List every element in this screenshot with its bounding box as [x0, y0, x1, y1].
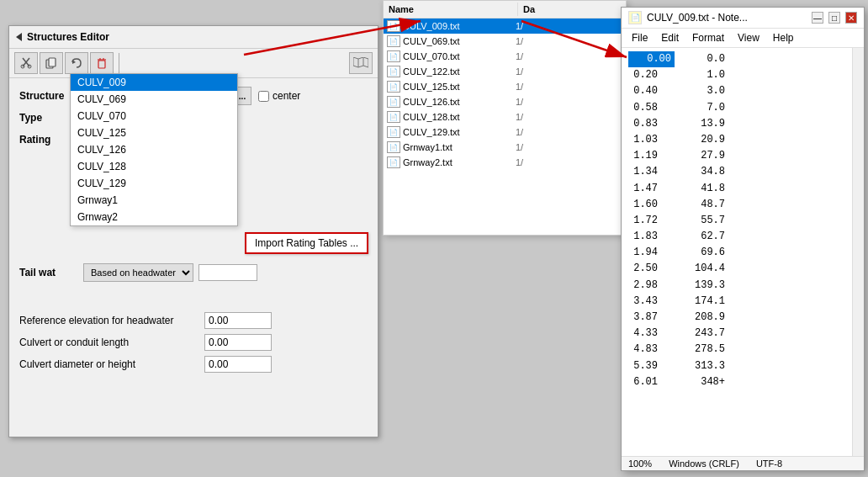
notepad-col2: 69.6: [675, 245, 725, 261]
file-name: Grnway2.txt: [403, 157, 512, 167]
menu-help[interactable]: Help: [766, 30, 801, 45]
structure-dropdown-list: CULV_009 CULV_069 CULV_070 CULV_125 CULV…: [70, 73, 238, 226]
notepad-col2: 48.7: [675, 197, 725, 213]
culvert-length-label: Culvert or conduit length: [19, 337, 204, 348]
notepad-col2: 27.9: [675, 148, 725, 164]
tail-water-input[interactable]: [198, 264, 257, 281]
file-item[interactable]: 📄 CULV_009.txt 1/: [384, 19, 626, 34]
notepad-col2: 208.9: [675, 310, 725, 326]
file-col-name-header: Name: [384, 3, 518, 16]
dropdown-item-culv129[interactable]: CULV_129: [71, 175, 237, 192]
file-item[interactable]: 📄 CULV_069.txt 1/: [384, 34, 626, 49]
file-item[interactable]: 📄 CULV_126.txt 1/: [384, 94, 626, 109]
collapse-arrow-icon[interactable]: [16, 33, 22, 41]
file-item[interactable]: 📄 CULV_122.txt 1/: [384, 64, 626, 79]
zoom-level: 100%: [628, 458, 652, 469]
ref-elevation-input[interactable]: [204, 312, 272, 329]
file-date: 1/: [512, 21, 523, 31]
file-name: CULV_069.txt: [403, 36, 512, 46]
menu-view[interactable]: View: [731, 30, 766, 45]
toolbar-separator: [119, 53, 119, 73]
file-name: CULV_128.txt: [403, 112, 512, 122]
notepad-col1: 1.19: [628, 148, 675, 164]
copy-button[interactable]: [40, 52, 63, 74]
tail-water-dropdown[interactable]: Based on headwater: [83, 263, 193, 282]
file-item[interactable]: 📄 Grnway2.txt 1/: [384, 155, 626, 170]
close-button[interactable]: ✕: [845, 12, 857, 24]
file-item[interactable]: 📄 CULV_128.txt 1/: [384, 109, 626, 125]
file-item[interactable]: 📄 CULV_129.txt 1/: [384, 125, 626, 140]
notepad-row: 0.40 3.0: [628, 83, 857, 99]
notepad-col2: 313.3: [675, 358, 725, 374]
notepad-scrollbar[interactable]: [852, 48, 864, 456]
dropdown-item-grnway2[interactable]: Grnway2: [71, 209, 237, 225]
notepad-col1: 1.34: [628, 164, 675, 180]
culvert-length-input[interactable]: [204, 334, 272, 351]
file-name: CULV_009.txt: [403, 21, 512, 31]
culvert-diameter-input[interactable]: [204, 356, 272, 373]
svg-rect-7: [98, 61, 105, 68]
dropdown-item-culv125[interactable]: CULV_125: [71, 125, 237, 141]
dropdown-item-culv128[interactable]: CULV_128: [71, 158, 237, 175]
file-date: 1/: [512, 112, 523, 122]
dropdown-item-culv069[interactable]: CULV_069: [71, 91, 237, 108]
map-button[interactable]: [349, 52, 373, 74]
notepad-col1: 0.58: [628, 100, 675, 116]
notepad-col1: 1.94: [628, 245, 675, 261]
file-item[interactable]: 📄 CULV_070.txt 1/: [384, 49, 626, 64]
notepad-row: 2.98 139.3: [628, 278, 857, 294]
file-col-date-header: Da: [518, 3, 626, 16]
file-name: CULV_125.txt: [403, 82, 512, 92]
culvert-diameter-label: Culvert diameter or height: [19, 358, 204, 370]
file-icon: 📄: [387, 156, 400, 168]
notepad-col2: 3.0: [675, 83, 725, 99]
file-icon: 📄: [387, 35, 400, 47]
notepad-col2: 20.9: [675, 132, 725, 148]
undo-button[interactable]: [65, 52, 88, 74]
notepad-row: 1.47 41.8: [628, 181, 857, 197]
dropdown-item-culv126[interactable]: CULV_126: [71, 141, 237, 158]
panel-title-text: Structures Editor: [27, 31, 109, 43]
delete-button[interactable]: [90, 52, 114, 74]
notepad-menubar: File Edit Format View Help: [622, 29, 864, 48]
dropdown-item-grnway1[interactable]: Grnway1: [71, 192, 237, 209]
file-date: 1/: [512, 157, 523, 167]
svg-marker-6: [72, 60, 76, 64]
menu-format[interactable]: Format: [685, 30, 731, 45]
file-date: 1/: [512, 51, 523, 61]
file-name: CULV_126.txt: [403, 97, 512, 107]
notepad-row: 0.20 1.0: [628, 67, 857, 83]
cut-button[interactable]: [14, 52, 38, 74]
file-icon: 📄: [387, 66, 400, 77]
menu-file[interactable]: File: [625, 30, 654, 45]
file-date: 1/: [512, 82, 523, 92]
notepad-row: 6.01 348+: [628, 374, 857, 390]
notepad-col1: 2.98: [628, 278, 675, 294]
ref-elevation-label: Reference elevation for headwater: [19, 315, 204, 326]
notepad-col2: 41.8: [675, 181, 725, 197]
notepad-col1: 1.03: [628, 132, 675, 148]
file-list-header: Name Da: [384, 1, 626, 19]
notepad-col1: 0.40: [628, 83, 675, 99]
dropdown-item-culv009[interactable]: CULV_009: [71, 74, 237, 91]
center-checkbox[interactable]: [258, 91, 269, 102]
notepad-row: 1.03 20.9: [628, 132, 857, 148]
notepad-col2: 62.7: [675, 229, 725, 245]
file-item[interactable]: 📄 CULV_125.txt 1/: [384, 79, 626, 94]
notepad-col2: 174.1: [675, 294, 725, 310]
minimize-button[interactable]: —: [812, 12, 823, 24]
file-name: CULV_070.txt: [403, 51, 512, 61]
notepad-row: 4.83 278.5: [628, 342, 857, 358]
notepad-col1: 4.33: [628, 326, 675, 342]
notepad-col1: 5.39: [628, 358, 675, 374]
menu-edit[interactable]: Edit: [654, 30, 685, 45]
notepad-statusbar: 100% Windows (CRLF) UTF-8: [622, 456, 864, 470]
file-item[interactable]: 📄 Grnway1.txt 1/: [384, 140, 626, 155]
file-icon: 📄: [387, 111, 400, 123]
import-rating-tables-button[interactable]: Import Rating Tables ...: [245, 232, 368, 254]
dropdown-item-culv070[interactable]: CULV_070: [71, 108, 237, 125]
notepad-col1: 0.20: [628, 67, 675, 83]
maximize-button[interactable]: □: [828, 12, 840, 24]
notepad-data-table: 0.00 0.0 0.20 1.0 0.40 3.0 0.58 7.0 0.83…: [622, 48, 864, 394]
culvert-length-row: Culvert or conduit length: [19, 334, 272, 351]
